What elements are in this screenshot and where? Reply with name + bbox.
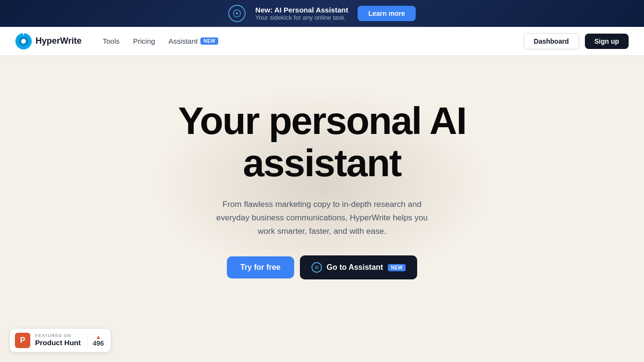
- svg-point-1: [236, 12, 238, 15]
- go-assistant-badge: NEW: [388, 264, 406, 271]
- ph-text-block: Featured on Product Hunt: [35, 334, 81, 347]
- svg-point-4: [21, 39, 26, 44]
- logo-text: HyperWrite: [36, 36, 82, 46]
- ph-vote-count: 496: [93, 340, 104, 347]
- nav-link-assistant[interactable]: Assistant NEW: [163, 34, 224, 48]
- nav-link-pricing[interactable]: Pricing: [127, 34, 161, 48]
- navbar: HyperWrite Tools Pricing Assistant NEW D…: [0, 27, 644, 56]
- announcement-icon: [228, 5, 246, 22]
- signup-button[interactable]: Sign up: [585, 34, 629, 49]
- svg-point-6: [316, 267, 317, 268]
- go-assistant-button[interactable]: Go to Assistant NEW: [300, 255, 417, 279]
- announcement-subtitle: Your sidekick for any online task.: [255, 14, 348, 21]
- assistant-nav-badge: NEW: [200, 37, 218, 45]
- announcement-banner: New: AI Personal Assistant Your sidekick…: [0, 0, 644, 27]
- nav-logo[interactable]: HyperWrite: [15, 33, 82, 49]
- hero-headline: Your personal AI assistant: [178, 100, 466, 184]
- hero-section: Your personal AI assistant From flawless…: [0, 56, 644, 314]
- nav-links: Tools Pricing Assistant NEW: [97, 34, 524, 48]
- assistant-btn-icon: [311, 262, 322, 273]
- ph-vote-block: ▲ 496: [87, 334, 104, 347]
- nav-link-tools[interactable]: Tools: [97, 34, 125, 48]
- nav-actions: Dashboard Sign up: [524, 33, 629, 49]
- learn-more-button[interactable]: Learn more: [358, 6, 415, 21]
- product-hunt-badge[interactable]: P Featured on Product Hunt ▲ 496: [10, 328, 111, 352]
- hero-cta-group: Try for free Go to Assistant NEW: [227, 255, 417, 279]
- product-hunt-logo: P: [15, 333, 30, 348]
- ph-name: Product Hunt: [35, 339, 81, 347]
- try-free-button[interactable]: Try for free: [227, 256, 294, 278]
- hyperwrite-logo-icon: [15, 33, 32, 49]
- announcement-title: New: AI Personal Assistant: [255, 6, 348, 14]
- go-assistant-label: Go to Assistant: [327, 263, 384, 272]
- dashboard-button[interactable]: Dashboard: [524, 33, 579, 49]
- announcement-text-block: New: AI Personal Assistant Your sidekick…: [255, 6, 348, 21]
- hero-subtext: From flawless marketing copy to in-depth…: [211, 198, 433, 238]
- ph-featured-label: Featured on: [35, 334, 81, 338]
